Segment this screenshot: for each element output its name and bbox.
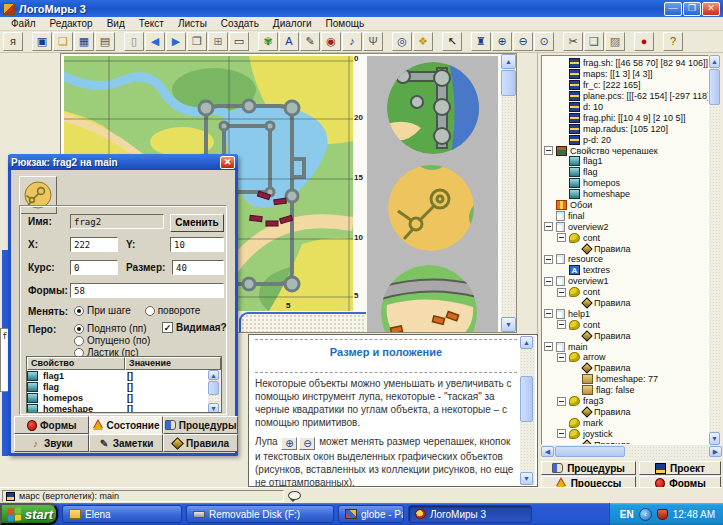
course-field[interactable]: 0	[70, 260, 118, 275]
dialog-tab[interactable]: Процедуры	[163, 416, 238, 434]
collapse-icon[interactable]	[544, 146, 553, 155]
tray-alert-icon[interactable]	[657, 509, 668, 520]
tree-horizontal-scrollbar[interactable]: ◀ ▶	[541, 446, 722, 459]
column-header[interactable]: Значение	[125, 357, 221, 370]
record[interactable]: Ψ	[363, 32, 383, 51]
menu-item[interactable]: Создать	[214, 18, 266, 29]
size-field[interactable]: 40	[172, 260, 224, 275]
help[interactable]: ?	[663, 32, 683, 51]
backpack-dialog[interactable]: Рюкзак: frag2 на main ✕ Имя: frag2 Смени…	[8, 155, 238, 456]
tree-item[interactable]: Свойство черепашек	[542, 145, 708, 156]
drawing-tools[interactable]: ✎	[300, 32, 320, 51]
text-window[interactable]: ▭	[229, 32, 249, 51]
save[interactable]: ▦	[74, 32, 94, 51]
language-indicator[interactable]: EN	[620, 509, 634, 520]
tree-item[interactable]: joystick	[542, 428, 708, 439]
tree-item[interactable]: main	[542, 341, 708, 352]
tree-item[interactable]: final	[542, 210, 708, 221]
text-box[interactable]: A	[279, 32, 299, 51]
new-turtle[interactable]: ✾	[258, 32, 278, 51]
stop-all[interactable]: ●	[634, 32, 654, 51]
ya-toggle[interactable]: я	[3, 32, 23, 51]
tree-item[interactable]: flag: false	[542, 385, 708, 396]
button[interactable]: ◉	[321, 32, 341, 51]
scroll-down-button[interactable]: ▼	[520, 472, 533, 485]
dialog-close-button[interactable]: ✕	[220, 156, 235, 169]
taskbar-task[interactable]: Removable Disk (F:)	[186, 505, 334, 523]
collapse-icon[interactable]	[557, 288, 566, 297]
speech-bubble-icon[interactable]	[288, 491, 301, 500]
stamps[interactable]: ❖	[413, 32, 433, 51]
collapse-icon[interactable]	[557, 320, 566, 329]
scroll-left-button[interactable]: ◀	[541, 446, 554, 457]
stamp[interactable]: ♜	[471, 32, 491, 51]
tree-item[interactable]: flag1	[542, 156, 708, 167]
scroll-up-button[interactable]: ▲	[501, 54, 516, 69]
tree-item[interactable]: maps: [[1 3] [4 3]]	[542, 69, 708, 80]
menu-item[interactable]: Диалоги	[266, 18, 319, 29]
collapse-icon[interactable]	[557, 353, 566, 362]
new-page[interactable]: ▯	[124, 32, 144, 51]
scroll-up-button[interactable]: ▲	[208, 370, 219, 380]
tree-item[interactable]: frag.sh: [[46 58 70] [82 94 106]]	[542, 58, 708, 69]
radio-option[interactable]: Опущено (по)	[74, 335, 150, 346]
vignette-caravan[interactable]	[381, 265, 477, 332]
collapse-icon[interactable]	[544, 255, 553, 264]
collapse-icon[interactable]	[557, 397, 566, 406]
paste[interactable]: ▨	[605, 32, 625, 51]
table-scrollbar[interactable]: ▲ ▼	[208, 370, 221, 413]
tree-item[interactable]: homepos	[542, 178, 708, 189]
scroll-thumb[interactable]	[520, 376, 533, 422]
collapse-icon[interactable]	[557, 233, 566, 242]
radio-option[interactable]: Поднято (пп)	[74, 323, 150, 334]
panel-tab[interactable]: Процедуры	[541, 461, 636, 475]
tree-item[interactable]: help1	[542, 308, 708, 319]
scroll-up-button[interactable]: ▲	[709, 55, 720, 68]
dialog-tab[interactable]: Звуки	[14, 434, 89, 452]
collapse-icon[interactable]	[544, 222, 553, 231]
properties-table[interactable]: Свойство Значение flag1 [] flag [] homep…	[26, 356, 222, 413]
tree-item[interactable]: overview2	[542, 221, 708, 232]
zoom-out[interactable]: ⊖	[513, 32, 533, 51]
tree-item[interactable]: Правила	[542, 298, 708, 309]
print[interactable]: ▤	[95, 32, 115, 51]
scroll-down-button[interactable]: ▼	[208, 403, 219, 413]
cut[interactable]: ✂	[563, 32, 583, 51]
tree-item[interactable]: cont	[542, 232, 708, 243]
taskbar-task[interactable]: ЛогоМиры 3	[408, 505, 532, 523]
table-row[interactable]: flag []	[27, 381, 221, 392]
tree-item[interactable]: fr_c: [222 165]	[542, 80, 708, 91]
tree-item[interactable]: Правила	[542, 407, 708, 418]
copy[interactable]: ❑	[584, 32, 604, 51]
tree-item[interactable]: textres	[542, 265, 708, 276]
shape-field[interactable]: 58	[70, 283, 224, 298]
tree-item[interactable]: homeshape: 77	[542, 374, 708, 385]
help-text-panel[interactable]: Размер и положение Некоторые объекты мож…	[248, 334, 538, 487]
menu-item[interactable]: Вид	[100, 18, 132, 29]
clock[interactable]: 12:48 AM	[673, 509, 715, 520]
canvas-vertical-scrollbar[interactable]: ▲ ▼	[501, 54, 517, 332]
visible-checkbox[interactable]: ✓ Видимая?	[162, 322, 227, 333]
tree-item[interactable]: Правила	[542, 439, 708, 445]
tree-item[interactable]: arrow	[542, 352, 708, 363]
menu-item[interactable]: Текст	[132, 18, 171, 29]
close-button[interactable]: ✕	[702, 2, 720, 16]
menu-item[interactable]: Файл	[4, 18, 43, 29]
help-scrollbar[interactable]: ▲ ▼	[520, 336, 535, 485]
open[interactable]: ❏	[53, 32, 73, 51]
page-layout[interactable]: ❐	[187, 32, 207, 51]
tree-vertical-scrollbar[interactable]: ▲ ▼	[709, 55, 722, 445]
grid[interactable]: ⊞	[208, 32, 228, 51]
table-row[interactable]: homeshape []	[27, 403, 221, 413]
scroll-up-button[interactable]: ▲	[520, 336, 533, 349]
radio-option[interactable]: При шаге	[74, 305, 131, 316]
dialog-titlebar[interactable]: Рюкзак: frag2 на main ✕	[8, 154, 238, 170]
tree-item[interactable]: mark	[542, 417, 708, 428]
tree-item[interactable]: Правила	[542, 243, 708, 254]
tree-item[interactable]: map.radus: [105 120]	[542, 123, 708, 134]
tree-item[interactable]: Правила	[542, 330, 708, 341]
restore-button[interactable]: ❐	[683, 2, 701, 16]
media[interactable]: ◎	[392, 32, 412, 51]
next-page[interactable]: ▶	[166, 32, 186, 51]
project[interactable]: ▣	[32, 32, 52, 51]
